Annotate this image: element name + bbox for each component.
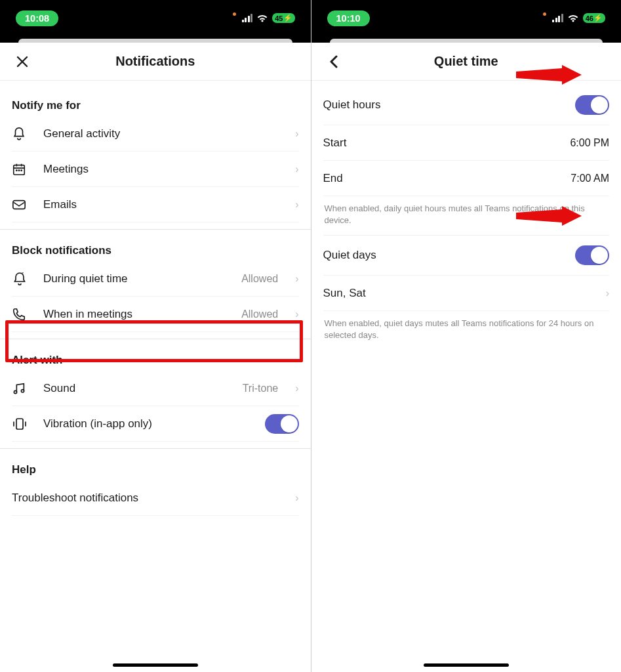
row-value: 6:00 PM	[570, 137, 609, 149]
mail-icon	[12, 199, 31, 211]
svg-rect-4	[13, 200, 25, 209]
vibrate-icon	[12, 417, 31, 431]
sheet-notifications: Notifications Notify me for General acti…	[0, 43, 311, 672]
row-value: Allowed	[241, 308, 278, 320]
chevron-right-icon: ›	[295, 273, 298, 285]
row-quiet-days: Quiet days	[323, 235, 610, 276]
battery-level: 45	[275, 14, 283, 22]
close-button[interactable]	[9, 49, 35, 75]
row-during-quiet-time[interactable]: z During quiet time Allowed ›	[12, 261, 299, 297]
wifi-icon	[567, 14, 579, 23]
status-right: 46⚡	[543, 12, 605, 24]
svg-point-7	[21, 389, 24, 392]
back-button[interactable]	[321, 49, 347, 75]
home-indicator[interactable]	[424, 663, 509, 667]
nav-header: Notifications	[0, 43, 311, 81]
recording-dot-icon	[543, 12, 546, 16]
chevron-left-icon	[329, 54, 339, 69]
svg-point-6	[14, 390, 16, 393]
wifi-icon	[256, 14, 268, 23]
charging-icon: ⚡	[283, 14, 292, 22]
status-left: 10:10	[327, 10, 370, 26]
row-label: When in meetings	[43, 308, 230, 321]
footer-quiet-days: When enabled, quiet days mutes all Teams…	[323, 311, 610, 350]
sheet-grabber	[0, 36, 311, 43]
sheet-grabber	[311, 36, 622, 43]
svg-rect-8	[16, 419, 23, 429]
section-header-notify: Notify me for	[12, 85, 299, 116]
row-emails[interactable]: Emails ›	[12, 187, 299, 222]
row-meetings[interactable]: Meetings ›	[12, 152, 299, 187]
footer-quiet-hours: When enabled, daily quiet hours mutes al…	[323, 196, 610, 235]
row-sound[interactable]: Sound Tri-tone ›	[12, 371, 299, 406]
status-time: 10:10	[327, 10, 370, 26]
chevron-right-icon: ›	[606, 287, 609, 299]
svg-point-3	[21, 170, 22, 171]
battery-indicator: 46⚡	[583, 13, 605, 23]
row-label: Quiet hours	[323, 98, 576, 112]
page-title: Quiet time	[434, 54, 498, 69]
battery-level: 46	[586, 14, 593, 22]
svg-point-1	[16, 170, 17, 171]
quiet-bell-icon: z	[12, 271, 31, 287]
chevron-right-icon: ›	[295, 383, 298, 394]
chevron-right-icon: ›	[295, 163, 298, 175]
row-value: Allowed	[241, 273, 278, 285]
chevron-right-icon: ›	[295, 492, 298, 504]
phone-right: 10:10 46⚡ Quiet time Quiet hours	[311, 0, 622, 672]
svg-text:z: z	[22, 271, 24, 275]
svg-point-2	[18, 170, 19, 171]
charging-icon: ⚡	[593, 14, 603, 22]
phone-left: 10:08 45⚡ Notifications Notify me for	[0, 0, 311, 672]
row-troubleshoot[interactable]: Troubleshoot notifications ›	[12, 480, 299, 516]
cell-signal-icon	[552, 14, 563, 22]
content: Notify me for General activity › Meeting…	[0, 81, 311, 516]
row-label: Quiet days	[323, 249, 576, 262]
row-value: 7:00 AM	[571, 173, 609, 184]
page-title: Notifications	[115, 54, 195, 69]
row-label: Vibration (in-app only)	[43, 417, 253, 430]
cell-signal-icon	[242, 14, 253, 22]
chevron-right-icon: ›	[295, 128, 298, 140]
nav-header: Quiet time	[311, 43, 622, 81]
status-left: 10:08	[16, 10, 58, 26]
row-vibration: Vibration (in-app only)	[12, 406, 299, 442]
sheet-quiet-time: Quiet time Quiet hours Start 6:00 PM End…	[311, 43, 622, 672]
status-time: 10:08	[16, 10, 58, 26]
chevron-right-icon: ›	[295, 308, 298, 320]
status-bar: 10:10 46⚡	[311, 0, 622, 36]
music-icon	[12, 381, 31, 396]
row-days-selection[interactable]: Sun, Sat ›	[323, 276, 610, 311]
row-label: Start	[323, 136, 571, 150]
battery-indicator: 45⚡	[272, 13, 294, 23]
status-right: 45⚡	[233, 12, 295, 24]
section-header-block: Block notifications	[12, 230, 299, 261]
row-when-in-meetings[interactable]: When in meetings Allowed ›	[12, 297, 299, 332]
row-label: General activity	[43, 127, 278, 140]
row-quiet-hours: Quiet hours	[323, 85, 610, 125]
chevron-right-icon: ›	[295, 199, 298, 211]
row-label: Meetings	[43, 163, 278, 176]
section-header-alert: Alert with	[12, 339, 299, 371]
quiet-days-toggle[interactable]	[575, 245, 609, 265]
status-bar: 10:08 45⚡	[0, 0, 311, 36]
section-header-help: Help	[12, 449, 299, 480]
row-label: Emails	[43, 198, 278, 211]
row-value: Tri-tone	[243, 383, 279, 394]
row-label: Troubleshoot notifications	[12, 492, 290, 505]
bell-icon	[12, 127, 31, 141]
row-general-activity[interactable]: General activity ›	[12, 116, 299, 152]
phone-icon	[12, 307, 31, 322]
row-label: Sun, Sat	[323, 287, 601, 300]
row-start-time[interactable]: Start 6:00 PM	[323, 125, 610, 161]
row-label: End	[323, 172, 571, 185]
vibration-toggle[interactable]	[265, 414, 299, 434]
row-label: Sound	[43, 382, 231, 395]
home-indicator[interactable]	[113, 663, 198, 667]
close-icon	[16, 55, 29, 68]
content: Quiet hours Start 6:00 PM End 7:00 AM Wh…	[311, 81, 622, 350]
quiet-hours-toggle[interactable]	[575, 95, 609, 115]
row-end-time[interactable]: End 7:00 AM	[323, 161, 610, 196]
calendar-icon	[12, 162, 31, 177]
row-label: During quiet time	[43, 272, 230, 285]
